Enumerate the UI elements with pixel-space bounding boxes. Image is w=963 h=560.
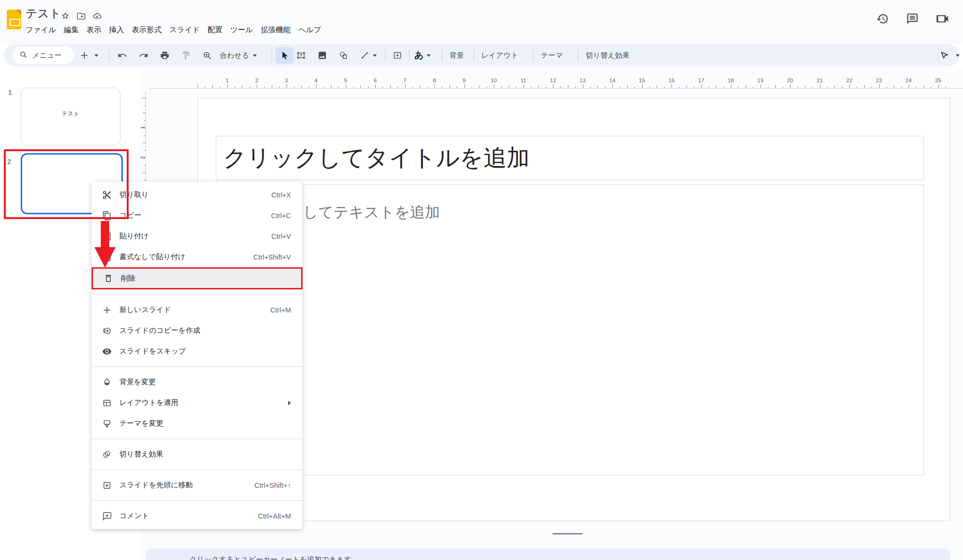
h-ruler-number: 24	[906, 78, 912, 83]
cloud-saved-icon[interactable]	[92, 12, 102, 21]
v-ruler-number: 1	[140, 126, 145, 129]
h-ruler-number: 25	[935, 78, 941, 83]
menu-item-shortcut: Ctrl+M	[270, 306, 291, 314]
slide-number: 1	[8, 89, 12, 96]
menu-item-2[interactable]: 貼り付けCtrl+V	[92, 226, 303, 247]
h-ruler-number: 13	[580, 78, 586, 83]
menu-item-0[interactable]: 切り取りCtrl+X	[92, 184, 303, 205]
new-slide-button[interactable]	[77, 48, 92, 63]
search-menus-button[interactable]: メニュー	[13, 47, 74, 64]
menubar: ファイル編集表示挿入表示形式スライド配置ツール拡張機能ヘルプ	[22, 23, 325, 37]
transition-button[interactable]: 切り替え効果	[586, 51, 630, 60]
slides-logo-icon[interactable]	[7, 10, 21, 29]
paste-icon	[102, 252, 112, 262]
h-ruler-number: 1	[225, 78, 228, 83]
slide-number: 2	[7, 158, 11, 166]
document-title[interactable]: テスト	[26, 6, 61, 21]
zoom-icon[interactable]	[200, 48, 214, 63]
notes-resize-handle[interactable]	[553, 533, 582, 534]
fit-zoom-select[interactable]: 合わせる	[220, 51, 249, 60]
menu-item-label: スライドのコピーを作成	[119, 326, 291, 335]
star-icon[interactable]	[61, 12, 70, 21]
menu-item-7[interactable]: スライドのコピーを作成	[92, 320, 303, 341]
menu-item-label: テーマを変更	[119, 419, 291, 428]
insert-line-icon[interactable]	[357, 48, 372, 63]
move-folder-icon[interactable]	[77, 12, 86, 21]
menu-item-11[interactable]: レイアウトを適用	[92, 392, 303, 413]
menubar-item-2[interactable]: 表示	[82, 23, 105, 37]
move-top-icon	[102, 481, 112, 490]
slide-page[interactable]: クリックしてタイトルを追加 クリックしてテキストを追加	[198, 98, 950, 521]
duplicate-icon	[102, 326, 112, 336]
version-history-icon[interactable]	[876, 13, 889, 25]
h-ruler-number: 6	[374, 78, 377, 83]
select-tool-button[interactable]	[276, 47, 294, 64]
menu-item-shortcut: Ctrl+V	[271, 233, 291, 240]
menubar-item-9[interactable]: ヘルプ	[294, 23, 325, 37]
h-ruler-number: 11	[521, 78, 527, 83]
new-slide-dropdown-icon[interactable]	[94, 54, 98, 57]
plus-icon	[102, 305, 112, 315]
menubar-item-4[interactable]: 表示形式	[128, 23, 165, 37]
transition-icon	[102, 450, 112, 459]
menubar-item-8[interactable]: 拡張機能	[257, 23, 294, 37]
speaker-notes-input[interactable]: クリックするとスピーカーノートを追加できます	[146, 548, 950, 560]
input-tools-button[interactable]: あ	[414, 49, 423, 62]
menu-item-6[interactable]: 新しいスライドCtrl+M	[92, 300, 303, 320]
fit-zoom-dropdown-icon[interactable]	[253, 54, 257, 57]
meet-camera-icon[interactable]	[936, 13, 949, 25]
slide-1-title-text: テスト	[21, 110, 120, 118]
background-button[interactable]: 背景	[449, 51, 464, 60]
menu-item-4[interactable]: 削除	[92, 267, 303, 289]
redo-icon[interactable]	[136, 48, 151, 63]
google-slides-app: テスト ファイル編集表示挿入表示形式スライド配置ツール拡張機能ヘルプ メニュー …	[0, 0, 963, 560]
menu-separator	[92, 366, 303, 367]
menu-item-label: 切り替え効果	[119, 450, 291, 459]
menu-item-3[interactable]: 書式なしで貼り付けCtrl+Shift+V	[92, 247, 303, 267]
menu-item-16[interactable]: スライドを先頭に移動Ctrl+Shift+↑	[92, 475, 303, 495]
h-ruler-number: 16	[669, 78, 675, 83]
line-dropdown-icon[interactable]	[373, 54, 377, 57]
body-placeholder[interactable]: クリックしてテキストを追加	[216, 184, 924, 475]
h-ruler-number: 12	[550, 78, 556, 83]
menu-item-1[interactable]: コピーCtrl+C	[92, 205, 303, 226]
insert-image-icon[interactable]	[315, 48, 330, 63]
slide-thumbnail-1[interactable]: テスト	[21, 88, 120, 145]
paint-format-icon[interactable]	[179, 48, 193, 63]
theme-button[interactable]: テーマ	[541, 51, 563, 60]
paste-icon	[102, 232, 112, 241]
menubar-item-1[interactable]: 編集	[60, 23, 82, 37]
h-ruler-number: 10	[491, 78, 497, 83]
print-icon[interactable]	[158, 48, 172, 63]
menu-item-14[interactable]: 切り替え効果	[92, 444, 303, 465]
menubar-item-5[interactable]: スライド	[165, 23, 203, 37]
undo-icon[interactable]	[115, 48, 130, 63]
menu-item-label: 切り取り	[119, 190, 264, 199]
menu-item-shortcut: Ctrl+Alt+M	[258, 512, 291, 520]
horizontal-ruler: 1234567891011121314151617181920212223242…	[149, 77, 963, 89]
menubar-item-0[interactable]: ファイル	[22, 23, 60, 37]
input-tools-dropdown-icon[interactable]	[427, 54, 431, 57]
title-placeholder[interactable]: クリックしてタイトルを追加	[216, 136, 924, 180]
menubar-item-7[interactable]: ツール	[226, 23, 257, 37]
menu-item-12[interactable]: テーマを変更	[92, 413, 303, 434]
comments-icon[interactable]	[906, 13, 919, 25]
h-ruler-number: 7	[403, 78, 406, 83]
v-ruler-number: 2	[140, 156, 145, 159]
insert-placeholder-icon[interactable]	[390, 48, 405, 63]
pointer-dropdown-icon[interactable]	[956, 54, 960, 57]
h-ruler-number: 17	[698, 78, 704, 83]
menu-item-18[interactable]: コメントCtrl+Alt+M	[92, 506, 303, 526]
menu-item-8[interactable]: スライドをスキップ	[92, 341, 303, 362]
h-ruler-number: 3	[285, 78, 288, 83]
h-ruler-number: 9	[462, 78, 465, 83]
menubar-item-6[interactable]: 配置	[204, 23, 226, 37]
menu-item-10[interactable]: 背景を変更	[92, 372, 303, 392]
h-ruler-number: 14	[609, 78, 616, 83]
menubar-item-3[interactable]: 挿入	[105, 23, 128, 37]
layout-button[interactable]: レイアウト	[481, 51, 518, 60]
laser-pointer-icon[interactable]	[937, 48, 952, 63]
insert-shape-icon[interactable]	[336, 48, 351, 63]
h-ruler-number: 20	[787, 78, 793, 83]
textbox-tool-icon[interactable]	[294, 48, 308, 63]
